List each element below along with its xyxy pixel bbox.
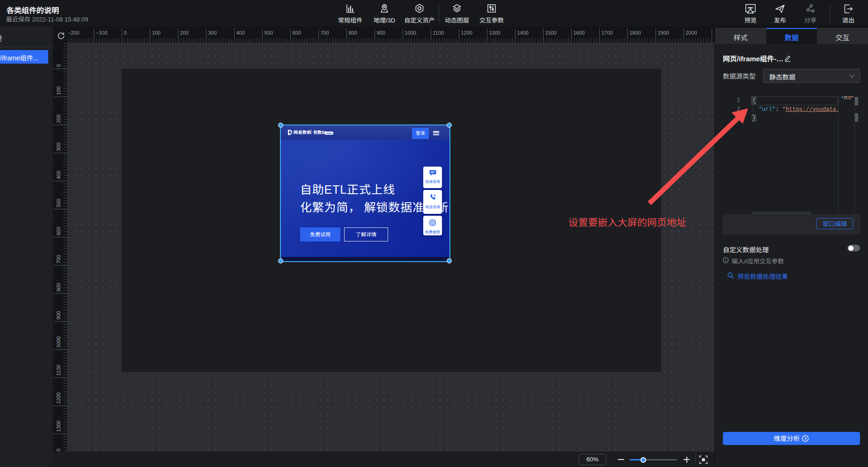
svg-text:2000: 2000 <box>686 30 697 36</box>
svg-text:−200: −200 <box>68 30 80 36</box>
svg-text:1500: 1500 <box>545 30 557 36</box>
svg-text:1100: 1100 <box>433 30 444 36</box>
svg-text:400: 400 <box>236 30 245 36</box>
svg-text:1700: 1700 <box>602 30 613 36</box>
svg-text:200: 200 <box>56 115 61 123</box>
svg-text:−100: −100 <box>96 30 108 36</box>
svg-text:600: 600 <box>293 30 301 36</box>
svg-text:1400: 1400 <box>517 30 529 36</box>
svg-text:500: 500 <box>265 30 273 36</box>
svg-text:1200: 1200 <box>56 393 61 404</box>
svg-text:200: 200 <box>180 30 189 36</box>
svg-text:1600: 1600 <box>574 30 585 36</box>
svg-text:1800: 1800 <box>630 30 641 36</box>
svg-text:100: 100 <box>152 30 161 36</box>
svg-text:1000: 1000 <box>405 30 416 36</box>
svg-text:100: 100 <box>56 87 61 95</box>
svg-text:1200: 1200 <box>461 30 472 36</box>
svg-text:1100: 1100 <box>56 365 61 376</box>
svg-text:0: 0 <box>124 30 127 36</box>
svg-text:800: 800 <box>56 283 61 292</box>
svg-text:0: 0 <box>56 64 61 67</box>
svg-text:900: 900 <box>377 30 385 36</box>
svg-text:1900: 1900 <box>658 30 669 36</box>
svg-text:600: 600 <box>56 227 61 235</box>
svg-text:800: 800 <box>349 30 357 36</box>
svg-text:700: 700 <box>321 30 329 36</box>
svg-text:1300: 1300 <box>489 30 500 36</box>
svg-text:300: 300 <box>56 143 61 151</box>
svg-text:1000: 1000 <box>56 336 61 348</box>
svg-text:300: 300 <box>208 30 217 36</box>
svg-text:900: 900 <box>56 311 61 320</box>
svg-text:700: 700 <box>56 255 61 263</box>
svg-text:500: 500 <box>56 199 61 207</box>
svg-text:400: 400 <box>56 171 61 179</box>
svg-text:1300: 1300 <box>56 421 61 432</box>
